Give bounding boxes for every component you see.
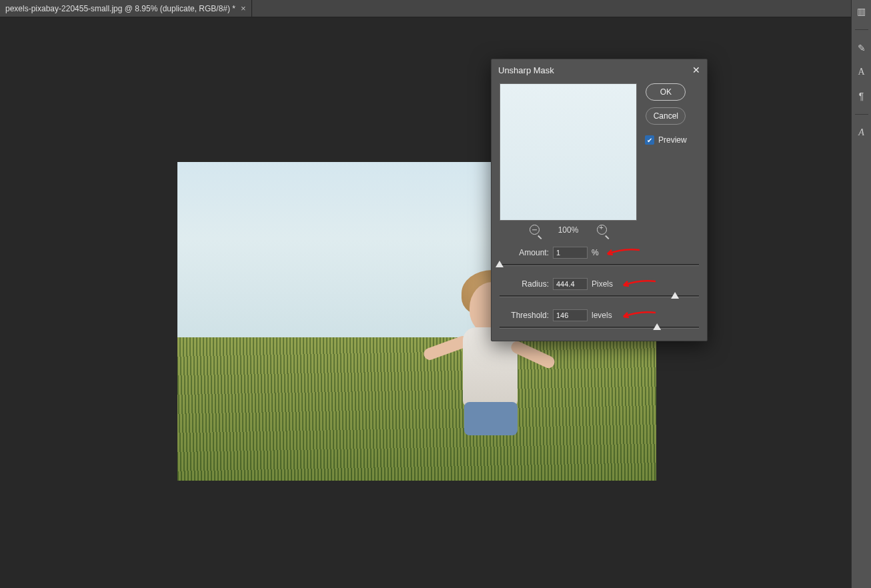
amount-row: Amount: % bbox=[500, 247, 699, 259]
zoom-level: 100% bbox=[558, 225, 579, 235]
radius-input[interactable] bbox=[553, 278, 588, 290]
threshold-input[interactable] bbox=[553, 309, 588, 321]
radius-label: Radius: bbox=[500, 279, 549, 289]
zoom-out-icon[interactable] bbox=[530, 225, 540, 235]
dialog-titlebar[interactable]: Unsharp Mask ✕ bbox=[492, 59, 707, 81]
close-icon[interactable]: ✕ bbox=[692, 65, 700, 75]
character-icon[interactable]: A bbox=[856, 66, 868, 78]
threshold-slider[interactable] bbox=[500, 327, 699, 329]
threshold-row: Threshold: levels bbox=[500, 309, 699, 321]
annotation-arrow bbox=[606, 248, 640, 256]
amount-label: Amount: bbox=[500, 248, 549, 257]
panel-icon[interactable]: ▥ bbox=[856, 5, 868, 17]
amount-slider[interactable] bbox=[500, 264, 699, 266]
preview-label: Preview bbox=[658, 135, 687, 145]
brush-icon[interactable]: ✎ bbox=[856, 42, 868, 54]
checkbox-icon[interactable]: ✔ bbox=[645, 135, 654, 145]
threshold-label: Threshold: bbox=[500, 311, 549, 320]
document-tab[interactable]: pexels-pixabay-220455-small.jpg @ 8.95% … bbox=[0, 0, 252, 17]
right-panel-rail: ▥ ✎ A ¶ A bbox=[851, 0, 871, 588]
threshold-unit: levels bbox=[592, 311, 612, 320]
annotation-arrow bbox=[622, 311, 656, 319]
cancel-button[interactable]: Cancel bbox=[646, 107, 686, 125]
amount-unit: % bbox=[592, 248, 599, 257]
zoom-in-icon[interactable] bbox=[597, 225, 607, 235]
ok-button[interactable]: OK bbox=[646, 83, 686, 101]
canvas-area bbox=[0, 17, 851, 588]
slider-thumb[interactable] bbox=[496, 261, 504, 267]
slider-thumb[interactable] bbox=[671, 292, 679, 299]
radius-row: Radius: Pixels bbox=[500, 278, 699, 290]
annotation-arrow bbox=[622, 279, 656, 287]
glyphs-icon[interactable]: A bbox=[856, 127, 868, 139]
close-icon[interactable]: × bbox=[241, 3, 246, 13]
dialog-title: Unsharp Mask bbox=[498, 65, 554, 75]
radius-unit: Pixels bbox=[592, 279, 613, 289]
document-tab-bar: pexels-pixabay-220455-small.jpg @ 8.95% … bbox=[0, 0, 871, 17]
paragraph-icon[interactable]: ¶ bbox=[856, 90, 868, 102]
radius-slider[interactable] bbox=[500, 295, 699, 297]
amount-input[interactable] bbox=[553, 247, 588, 259]
unsharp-mask-dialog: Unsharp Mask ✕ OK Cancel ✔ Preview 100% … bbox=[491, 59, 708, 341]
preview-checkbox-row[interactable]: ✔ Preview bbox=[645, 135, 687, 145]
slider-thumb[interactable] bbox=[653, 323, 661, 330]
preview-thumbnail[interactable] bbox=[500, 83, 637, 221]
document-tab-title: pexels-pixabay-220455-small.jpg @ 8.95% … bbox=[5, 4, 235, 13]
